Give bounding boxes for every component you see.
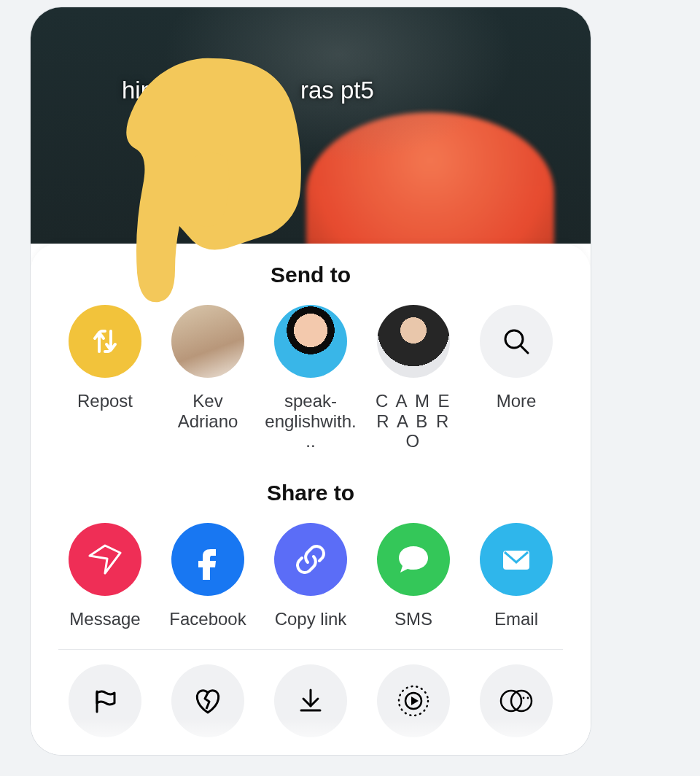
report-button[interactable]: Report	[58, 664, 152, 755]
sms-icon	[377, 523, 450, 596]
action-label: Duet	[498, 750, 535, 755]
duet-icon	[480, 664, 553, 737]
duet-button[interactable]: Duet	[470, 664, 563, 755]
set-as-button[interactable]: Set as	[367, 664, 460, 755]
repost-button[interactable]: Repost	[58, 305, 152, 451]
facebook-icon	[171, 523, 244, 596]
save-video-button[interactable]: Save video	[264, 664, 357, 755]
contact-label: speak-englishwith...	[264, 391, 357, 451]
divider	[58, 649, 563, 650]
share-copylink-button[interactable]: Copy link	[264, 523, 357, 629]
repost-label: Repost	[77, 391, 133, 411]
svg-point-8	[527, 697, 529, 699]
share-to-title: Share to	[31, 481, 591, 505]
share-label: Email	[494, 609, 538, 629]
share-email-button[interactable]: Email	[470, 523, 563, 629]
share-message-button[interactable]: Message	[58, 523, 152, 629]
share-label: Facebook	[169, 609, 246, 629]
share-sheet: Send to Repost Kev Adriano	[31, 244, 591, 755]
share-facebook-button[interactable]: Facebook	[161, 523, 254, 629]
live-photo-icon	[377, 664, 450, 737]
share-label: SMS	[394, 609, 432, 629]
more-contacts-button[interactable]: More	[470, 305, 563, 451]
contact-kev-adriano[interactable]: Kev Adriano	[161, 305, 254, 451]
share-sms-button[interactable]: SMS	[367, 523, 460, 629]
svg-point-7	[523, 697, 525, 699]
email-icon	[480, 523, 553, 596]
share-to-row: Message Facebook Copy link	[31, 523, 591, 629]
share-label: Copy link	[275, 609, 347, 629]
contact-label: C A M E R A B R O	[367, 391, 460, 451]
broken-heart-icon	[171, 664, 244, 737]
action-label: Not	[194, 750, 221, 755]
contact-label: Kev Adriano	[161, 391, 254, 431]
send-to-row: Repost Kev Adriano speak-englishwith... …	[31, 305, 591, 451]
actions-row: Report Not	[31, 664, 591, 755]
avatar	[377, 305, 450, 378]
share-sheet-screen: hindi ras pt5 Send to Repost	[31, 7, 591, 755]
pointer-hand-icon	[104, 51, 315, 303]
more-label: More	[497, 391, 537, 411]
action-label: Save video	[268, 750, 354, 755]
flag-icon	[69, 664, 141, 737]
avatar	[171, 305, 244, 378]
avatar	[274, 305, 347, 378]
link-icon	[274, 523, 347, 596]
contact-camera-bro[interactable]: C A M E R A B R O	[367, 305, 460, 451]
action-label: Report	[79, 750, 131, 755]
search-icon	[480, 305, 553, 378]
download-icon	[274, 664, 347, 737]
message-icon	[69, 523, 141, 596]
action-label: Set as	[389, 750, 438, 755]
svg-line-1	[521, 346, 528, 353]
repost-icon	[69, 305, 141, 378]
share-label: Message	[69, 609, 140, 629]
not-interested-button[interactable]: Not	[161, 664, 254, 755]
contact-speak-english[interactable]: speak-englishwith...	[264, 305, 357, 451]
